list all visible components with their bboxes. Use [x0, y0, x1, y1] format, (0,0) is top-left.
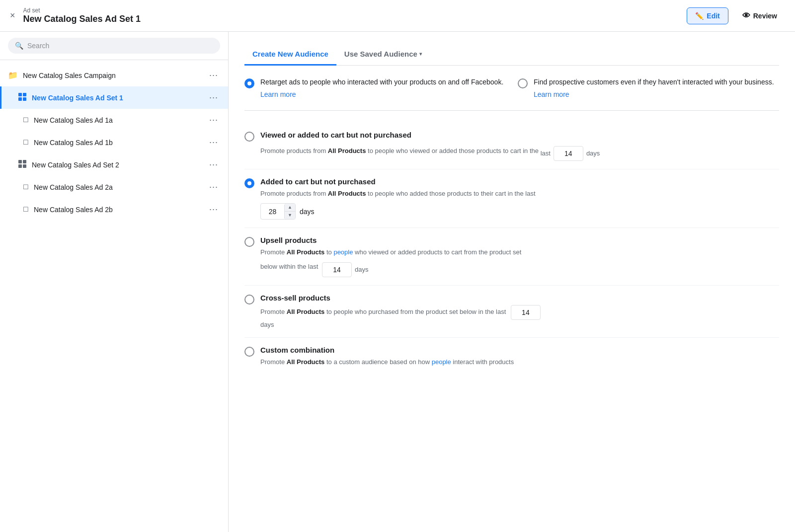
ad-icon: ☐: [23, 116, 29, 124]
audience-option-viewed: Viewed or added to cart but not purchase…: [244, 123, 779, 169]
custom-desc: Promote All Products to a custom audienc…: [260, 357, 779, 367]
ad-2b-label: New Catalog Sales Ad 2b: [34, 206, 207, 214]
upsell-content: Upsell products Promote All Products to …: [260, 236, 779, 277]
custom-content: Custom combination Promote All Products …: [260, 346, 779, 367]
ad-icon-1b: ☐: [23, 139, 29, 146]
adset-2-icon: [18, 159, 27, 170]
added-cart-content: Added to cart but not purchased Promote …: [260, 177, 779, 220]
svg-rect-1: [23, 93, 26, 96]
edit-button[interactable]: ✏️ Edit: [687, 7, 728, 24]
close-button[interactable]: ×: [10, 10, 15, 21]
sidebar-item-adset-2[interactable]: New Catalog Sales Ad Set 2 ···: [0, 153, 228, 176]
sidebar-item-ad-1b[interactable]: ☐ New Catalog Sales Ad 1b ···: [0, 131, 228, 153]
ad-1b-label: New Catalog Sales Ad 1b: [34, 139, 207, 147]
retarget-description: Retarget ads to people who interacted wi…: [260, 77, 503, 87]
header-title-group: Ad set New Catalog Sales Ad Set 1: [23, 7, 687, 24]
search-input-wrap: 🔍: [8, 38, 220, 54]
ad-icon-2b: ☐: [23, 206, 29, 213]
viewed-radio[interactable]: [244, 132, 254, 142]
ad-2a-more-button[interactable]: ···: [207, 181, 220, 193]
sidebar-item-ad-2b[interactable]: ☐ New Catalog Sales Ad 2b ···: [0, 198, 228, 221]
sidebar-item-adset-1[interactable]: New Catalog Sales Ad Set 1 ···: [0, 86, 228, 109]
added-cart-days-value: 28: [261, 205, 285, 219]
eye-icon: 👁: [742, 11, 750, 20]
search-input[interactable]: [27, 42, 213, 50]
saved-audience-tab-label: Use Saved Audience ▾: [344, 50, 422, 58]
svg-rect-0: [18, 93, 22, 96]
viewed-days-input[interactable]: [554, 146, 583, 161]
viewed-days-label-last: last: [541, 149, 551, 158]
ad-icon-2a: ☐: [23, 183, 29, 191]
svg-rect-4: [18, 160, 22, 163]
sidebar-item-ad-1a[interactable]: ☐ New Catalog Sales Ad 1a ···: [0, 109, 228, 131]
added-cart-title: Added to cart but not purchased: [260, 177, 779, 186]
ad-2a-label: New Catalog Sales Ad 2a: [34, 183, 207, 191]
pencil-icon: ✏️: [695, 12, 704, 20]
main-content: Create New Audience Use Saved Audience ▾…: [229, 32, 795, 532]
adset-1-label: New Catalog Sales Ad Set 1: [32, 94, 207, 102]
upsell-desc-2: below within the last days: [260, 257, 779, 277]
added-cart-stepper: 28 ▲ ▼: [260, 203, 296, 220]
stepper-buttons: ▲ ▼: [285, 204, 295, 219]
tab-use-saved-audience[interactable]: Use Saved Audience ▾: [336, 44, 430, 66]
audience-tabs: Create New Audience Use Saved Audience ▾: [244, 44, 779, 66]
prospective-text: Find prospective customers even if they …: [534, 77, 774, 98]
viewed-desc: Promote products from All Products to pe…: [260, 142, 779, 161]
header-title: New Catalog Sales Ad Set 1: [23, 14, 687, 24]
adset-2-label: New Catalog Sales Ad Set 2: [32, 161, 207, 169]
prospective-radio-option[interactable]: Find prospective customers even if they …: [518, 77, 779, 98]
cross-sell-content: Cross-sell products Promote All Products…: [260, 294, 779, 330]
header-subtitle: Ad set: [23, 7, 687, 14]
viewed-content: Viewed or added to cart but not purchase…: [260, 131, 779, 161]
stepper-down-button[interactable]: ▼: [285, 212, 295, 219]
retarget-learn-more-link[interactable]: Learn more: [260, 90, 296, 98]
chevron-down-icon: ▾: [419, 51, 422, 57]
sidebar-item-ad-2a[interactable]: ☐ New Catalog Sales Ad 2a ···: [0, 176, 228, 198]
upsell-radio[interactable]: [244, 237, 254, 247]
campaign-icon: 📁: [8, 71, 18, 80]
cross-sell-days-input[interactable]: [511, 305, 541, 320]
custom-radio[interactable]: [244, 347, 254, 357]
added-cart-days-label: days: [300, 208, 315, 216]
audience-option-added-cart: Added to cart but not purchased Promote …: [244, 169, 779, 228]
tab-create-new-audience[interactable]: Create New Audience: [244, 44, 336, 66]
adset-2-more-button[interactable]: ···: [207, 158, 220, 171]
review-button[interactable]: 👁 Review: [734, 7, 785, 24]
added-cart-radio[interactable]: [244, 178, 254, 188]
header: × Ad set New Catalog Sales Ad Set 1 ✏️ E…: [0, 0, 795, 32]
retarget-radio[interactable]: [244, 78, 254, 88]
prospective-radio[interactable]: [518, 78, 528, 88]
svg-rect-3: [23, 97, 26, 101]
ad-1a-label: New Catalog Sales Ad 1a: [34, 116, 207, 124]
ad-1a-more-button[interactable]: ···: [207, 114, 220, 126]
custom-title: Custom combination: [260, 346, 779, 354]
adset-icon: [18, 92, 27, 103]
nav-tree: 📁 New Catalog Sales Campaign ··· New Cat…: [0, 60, 228, 532]
ad-1b-more-button[interactable]: ···: [207, 136, 220, 149]
prospective-learn-more-link[interactable]: Learn more: [534, 90, 569, 98]
campaign-more-button[interactable]: ···: [207, 69, 220, 81]
viewed-title: Viewed or added to cart but not purchase…: [260, 131, 779, 139]
svg-rect-7: [23, 164, 26, 168]
retarget-radio-option[interactable]: Retarget ads to people who interacted wi…: [244, 77, 506, 98]
audience-option-upsell: Upsell products Promote All Products to …: [244, 228, 779, 285]
main-layout: 🔍 📁 New Catalog Sales Campaign ··· New C…: [0, 32, 795, 532]
stepper-up-button[interactable]: ▲: [285, 204, 295, 212]
upsell-people-link[interactable]: people: [333, 248, 353, 256]
sidebar-item-campaign[interactable]: 📁 New Catalog Sales Campaign ···: [0, 64, 228, 86]
viewed-days-label: days: [586, 149, 600, 158]
retarget-section: Retarget ads to people who interacted wi…: [244, 77, 779, 111]
custom-people-link[interactable]: people: [432, 358, 451, 366]
added-cart-desc: Promote products from All Products to pe…: [260, 189, 779, 199]
cross-sell-radio[interactable]: [244, 295, 254, 304]
cross-sell-title: Cross-sell products: [260, 294, 779, 302]
search-icon: 🔍: [15, 42, 23, 50]
adset-1-more-button[interactable]: ···: [207, 91, 220, 104]
upsell-days-input[interactable]: [322, 262, 352, 277]
upsell-days-label: days: [355, 265, 368, 275]
header-actions: ✏️ Edit 👁 Review: [687, 7, 785, 24]
audience-option-custom: Custom combination Promote All Products …: [244, 337, 779, 375]
audience-option-cross-sell: Cross-sell products Promote All Products…: [244, 285, 779, 338]
svg-rect-6: [18, 164, 22, 168]
ad-2b-more-button[interactable]: ···: [207, 203, 220, 216]
